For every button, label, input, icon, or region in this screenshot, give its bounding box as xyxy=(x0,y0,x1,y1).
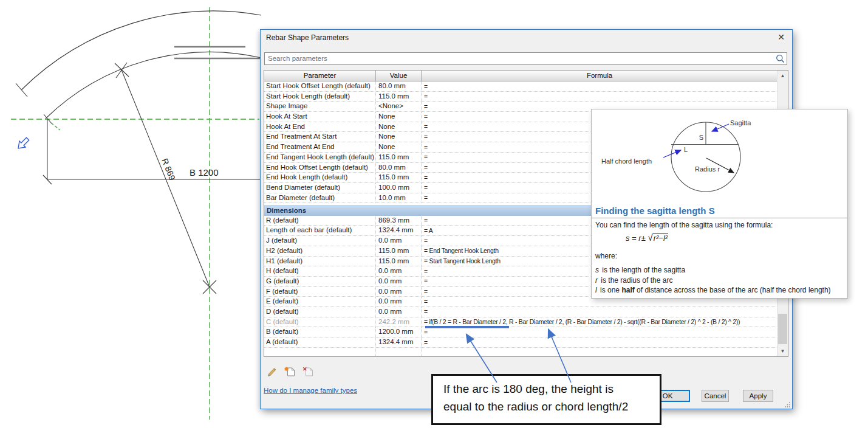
parameter-cell[interactable]: E (default) xyxy=(264,297,376,306)
formula-cell[interactable]: = xyxy=(422,337,777,347)
column-header-value[interactable]: Value xyxy=(376,71,422,81)
parameter-cell[interactable]: End Tangent Hook Length (default) xyxy=(264,153,376,162)
search-placeholder: Search parameters xyxy=(268,55,327,62)
value-cell[interactable]: 0.0 mm xyxy=(376,277,422,286)
sqrt-sign: √ xyxy=(648,232,652,243)
formula-cell[interactable]: = if(B / 2 = R - Bar Diameter / 2, R - B… xyxy=(422,317,777,327)
value-cell[interactable]: 80.0 mm xyxy=(376,163,422,173)
value-cell[interactable]: 115.0 mm xyxy=(376,173,422,182)
parameter-cell[interactable]: H1 (default) xyxy=(264,257,376,266)
half-chord-arrow xyxy=(663,150,681,157)
rebar-inner-arc[interactable] xyxy=(46,52,261,119)
value-cell[interactable]: 0.0 mm xyxy=(376,307,422,317)
table-row[interactable]: Start Hook Offset Length (default)80.0 m… xyxy=(264,81,777,92)
parameter-cell[interactable]: Hook At End xyxy=(264,122,376,132)
close-icon[interactable]: ✕ xyxy=(776,32,787,42)
help-link[interactable]: How do I manage family types xyxy=(264,387,357,394)
formula-cell[interactable]: = xyxy=(422,327,777,337)
parameter-cell[interactable]: End Hook Offset Length (default) xyxy=(264,163,376,173)
parameter-cell[interactable]: J (default) xyxy=(264,236,376,246)
dialog-title: Rebar Shape Parameters xyxy=(266,33,349,42)
value-cell[interactable]: 115.0 mm xyxy=(376,257,422,266)
parameter-cell[interactable]: End Hook Length (default) xyxy=(264,173,376,182)
reference-plane-diagonal xyxy=(51,123,60,130)
table-row[interactable]: C (default)242.2 mm= if(B / 2 = R - Bar … xyxy=(264,317,777,328)
scrollbar-down-icon[interactable]: ▼ xyxy=(777,346,788,356)
svg-text:✕: ✕ xyxy=(302,366,307,372)
value-cell[interactable]: None xyxy=(376,122,422,132)
value-cell[interactable]: 1200.0 mm xyxy=(376,327,422,337)
value-cell[interactable]: None xyxy=(376,112,422,122)
sagitta-definition-line: r is the radius of the arc xyxy=(595,275,831,286)
parameter-cell[interactable]: A (default) xyxy=(264,337,376,347)
parameter-cell[interactable]: R (default) xyxy=(264,216,376,226)
search-icon[interactable] xyxy=(776,54,785,63)
value-cell[interactable]: <None> xyxy=(376,102,422,111)
sagitta-definition-line: l is one half of distance across the bas… xyxy=(595,285,831,296)
delete-type-icon[interactable]: ✕ xyxy=(302,365,315,378)
sagitta-definitions: s is the length of the sagittar is the r… xyxy=(595,265,831,296)
formula-cell[interactable]: = xyxy=(422,81,777,91)
table-row[interactable]: B (default)1200.0 mm= xyxy=(264,327,777,337)
table-row[interactable]: Start Hook Length (default)115.0 mm= xyxy=(264,92,777,102)
parameter-cell[interactable]: Bar Diameter (default) xyxy=(264,193,376,203)
parameter-cell[interactable]: Shape Image xyxy=(264,102,376,111)
search-input[interactable]: Search parameters xyxy=(264,52,787,65)
value-cell[interactable]: 115.0 mm xyxy=(376,153,422,162)
scrollbar-up-icon[interactable]: ▲ xyxy=(777,71,788,81)
edit-pencil-icon[interactable] xyxy=(266,365,278,378)
parameter-cell[interactable]: F (default) xyxy=(264,287,376,297)
value-cell[interactable]: 115.0 mm xyxy=(376,92,422,102)
sagitta-intro: You can find the length of the sagitta u… xyxy=(595,221,773,229)
parameter-cell[interactable]: Length of each bar (default) xyxy=(264,226,376,235)
parameter-cell[interactable]: H (default) xyxy=(264,266,376,276)
value-cell[interactable]: None xyxy=(376,142,422,152)
cancel-button[interactable]: Cancel xyxy=(702,390,729,402)
value-cell[interactable]: 1324.4 mm xyxy=(376,337,422,347)
value-cell[interactable]: 80.0 mm xyxy=(376,81,422,91)
parameter-cell[interactable]: H2 (default) xyxy=(264,246,376,256)
parameter-cell[interactable]: Start Hook Offset Length (default) xyxy=(264,81,376,91)
value-cell[interactable]: 0.0 mm xyxy=(376,287,422,297)
column-header-parameter[interactable]: Parameter xyxy=(264,71,376,81)
value-cell[interactable]: 0.0 mm xyxy=(376,266,422,276)
parameter-cell[interactable]: Start Hook Length (default) xyxy=(264,92,376,102)
scrollbar-thumb[interactable] xyxy=(778,314,787,344)
sagitta-help-panel: S Sagitta L Half chord length Radius r F… xyxy=(591,109,848,299)
parameter-cell[interactable]: C (default) xyxy=(264,317,376,327)
parameter-cell[interactable]: Hook At Start xyxy=(264,112,376,122)
parameter-cell[interactable]: D (default) xyxy=(264,307,376,317)
parameter-cell[interactable]: Bend Diameter (default) xyxy=(264,183,376,193)
value-cell[interactable]: 242.2 mm xyxy=(376,317,422,327)
value-cell[interactable]: 869.3 mm xyxy=(376,216,422,226)
dialog-titlebar[interactable]: Rebar Shape Parameters ✕ xyxy=(261,30,792,46)
radius-line[interactable] xyxy=(121,70,210,287)
value-cell[interactable]: 115.0 mm xyxy=(376,246,422,256)
radius-label: Radius r xyxy=(695,165,720,173)
formula-cell[interactable]: = xyxy=(422,307,777,317)
table-row[interactable]: D (default)0.0 mm= xyxy=(264,307,777,317)
radius-dimension-label[interactable]: R 869 xyxy=(160,157,177,182)
apply-button[interactable]: Apply xyxy=(743,390,773,402)
rebar-outer-arc[interactable] xyxy=(21,11,261,90)
parameter-cell[interactable]: B (default) xyxy=(264,327,376,337)
parameter-cell[interactable]: G (default) xyxy=(264,277,376,286)
chord-dimension-label[interactable]: B 1200 xyxy=(190,167,219,178)
flip-arrow-icon[interactable] xyxy=(18,137,29,148)
resize-grip[interactable] xyxy=(785,401,791,407)
value-cell[interactable]: 10.0 mm xyxy=(376,193,422,203)
empty-row xyxy=(264,348,777,356)
value-cell[interactable]: 100.0 mm xyxy=(376,183,422,193)
table-row[interactable]: A (default)1324.4 mm= xyxy=(264,337,777,348)
callout-line-1: If the arc is 180 deg, the height is xyxy=(443,380,660,398)
value-cell[interactable]: None xyxy=(376,132,422,142)
parameter-cell[interactable]: End Treatment At End xyxy=(264,142,376,152)
parameter-cell[interactable]: End Treatment At Start xyxy=(264,132,376,142)
table-header-row: Parameter Value Formula xyxy=(264,71,777,81)
formula-cell[interactable]: = xyxy=(422,92,777,102)
new-type-icon[interactable]: ✹ xyxy=(284,365,296,378)
value-cell[interactable]: 0.0 mm xyxy=(376,297,422,306)
value-cell[interactable]: 0.0 mm xyxy=(376,236,422,246)
value-cell[interactable]: 1324.4 mm xyxy=(376,226,422,235)
column-header-formula[interactable]: Formula xyxy=(422,71,777,81)
